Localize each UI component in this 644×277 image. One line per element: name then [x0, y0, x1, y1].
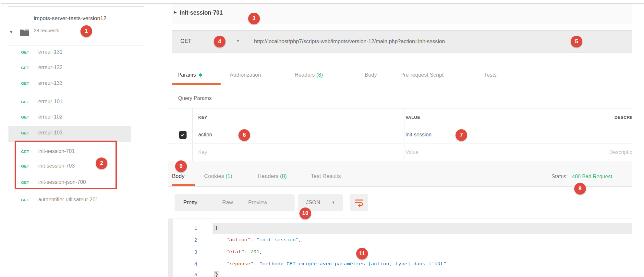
- collection-expand-caret-icon[interactable]: ▼: [9, 30, 13, 34]
- table-left-border: [168, 108, 168, 161]
- request-name: erreur-103: [38, 130, 63, 136]
- request-name: erreur-102: [38, 114, 63, 120]
- language-dropdown-value[interactable]: JSON: [306, 199, 320, 206]
- code-area-top-divider: [168, 219, 632, 219]
- method-badge: GET: [21, 82, 29, 85]
- response-tab-test-results[interactable]: Test Results: [311, 173, 341, 180]
- tab-headers[interactable]: Headers (8): [295, 72, 323, 78]
- tabs-divider: [172, 86, 632, 86]
- table-col-divider-2: [405, 108, 405, 161]
- request-title: init-session-701: [180, 9, 223, 16]
- method-dropdown-value[interactable]: GET: [180, 38, 191, 44]
- table-top-border: [168, 108, 632, 108]
- sidebar-item-erreur-103-selected[interactable]: GET erreur-103: [8, 126, 131, 142]
- request-name: authentifier-utilisateur-201: [38, 197, 98, 203]
- method-badge: GET: [21, 198, 29, 202]
- request-name: erreur-131: [38, 49, 63, 55]
- annotation-badge-8: 8: [574, 183, 586, 195]
- method-badge: GET: [21, 100, 29, 104]
- annotation-badge-10: 10: [299, 208, 311, 219]
- code-line-2: "action": "init-session",: [214, 237, 302, 243]
- json-string-value: "init-session": [256, 237, 298, 243]
- tab-body[interactable]: Body: [365, 72, 377, 78]
- response-tab-cookies[interactable]: Cookies (1): [204, 173, 232, 180]
- language-dropdown-caret-icon[interactable]: ▼: [332, 200, 335, 204]
- request-title-bar: [172, 4, 632, 23]
- indent: [214, 249, 226, 255]
- tab-pre-request-script[interactable]: Pre-request Script: [400, 72, 444, 78]
- colon: :: [250, 237, 257, 243]
- code-line-5: }: [214, 272, 219, 277]
- tab-body-label: Body: [365, 72, 377, 78]
- param-key-cell[interactable]: action: [198, 132, 212, 138]
- status-label: Status:: [552, 174, 568, 180]
- sidebar-item-authentifier-utilisateur-201[interactable]: GET authentifier-utilisateur-201: [1, 193, 148, 209]
- tab-authorization-label: Authorization: [230, 72, 261, 78]
- annotation-badge-9: 9: [175, 160, 187, 172]
- sidebar-item-erreur-102[interactable]: GET erreur-102: [1, 110, 148, 126]
- response-tab-test-results-label: Test Results: [311, 173, 341, 179]
- annotation-badge-6: 6: [238, 129, 250, 141]
- tab-headers-count: (8): [316, 72, 323, 78]
- params-active-dot-icon: [199, 73, 202, 77]
- response-tab-cookies-label: Cookies: [204, 173, 224, 179]
- tab-authorization[interactable]: Authorization: [230, 72, 261, 78]
- line-number: 4: [175, 261, 197, 267]
- request-expand-caret-icon[interactable]: ▶: [174, 10, 176, 14]
- view-mode-preview-button[interactable]: Preview: [248, 199, 267, 206]
- json-key: "état": [226, 249, 244, 255]
- table-col-divider-1: [192, 108, 193, 161]
- collection-name[interactable]: impots-server-tests-version12: [34, 15, 106, 22]
- code-line-4: "réponse": "méthode GET exigée avec para…: [214, 261, 446, 267]
- wrap-text-button[interactable]: [350, 194, 368, 211]
- annotation-badge-5: 5: [571, 36, 582, 47]
- method-badge: GET: [21, 131, 29, 135]
- sidebar: ▼ impots-server-tests-version12 28 reque…: [1, 4, 148, 277]
- param-description-placeholder[interactable]: Description: [609, 149, 632, 155]
- comma: ,: [260, 249, 262, 255]
- response-tab-body[interactable]: Body: [172, 173, 185, 180]
- line-number: 2: [175, 237, 197, 243]
- request-name: erreur-133: [38, 80, 63, 86]
- method-dropdown-caret-icon[interactable]: ▼: [236, 39, 240, 43]
- annotation-badge-7: 7: [456, 129, 467, 141]
- tab-tests[interactable]: Tests: [484, 72, 497, 78]
- active-tab-underline: [172, 83, 221, 85]
- response-active-tab-underline: [172, 184, 195, 186]
- sidebar-item-erreur-131[interactable]: GET erreur-131: [1, 45, 148, 61]
- param-key-placeholder[interactable]: Key: [198, 149, 207, 155]
- json-key: "réponse": [226, 261, 253, 267]
- method-badge: GET: [21, 66, 29, 70]
- indent: [214, 237, 226, 243]
- line-number: 1: [175, 225, 197, 231]
- param-checkbox[interactable]: ✔: [179, 131, 187, 139]
- indent: [214, 261, 226, 267]
- tab-params[interactable]: Params: [177, 72, 202, 78]
- tab-headers-label: Headers: [295, 72, 315, 78]
- column-header-description: DESCRIPTION: [614, 115, 632, 120]
- table-row-divider-2: [168, 144, 632, 144]
- query-params-heading: Query Params: [178, 95, 212, 101]
- request-name: erreur-101: [38, 99, 63, 105]
- json-key: "action": [226, 237, 250, 243]
- request-name: erreur-132: [38, 65, 63, 70]
- sidebar-item-erreur-101[interactable]: GET erreur-101: [1, 94, 148, 111]
- line-number: 5: [175, 272, 197, 277]
- colon: :: [244, 249, 250, 255]
- sidebar-item-erreur-132[interactable]: GET erreur-132: [1, 60, 148, 77]
- view-mode-pretty-button[interactable]: Pretty: [183, 199, 197, 206]
- annotation-badge-11: 11: [356, 248, 368, 259]
- annotation-badge-4: 4: [214, 36, 225, 47]
- method-badge: GET: [21, 50, 29, 54]
- wrap-text-icon: [355, 198, 363, 208]
- url-input[interactable]: http://localhost/php7/scripts-web/impots…: [254, 38, 565, 44]
- response-tab-headers[interactable]: Headers (8): [258, 173, 287, 180]
- sidebar-scroll-divider: [8, 6, 144, 7]
- param-value-cell[interactable]: init-session: [406, 132, 431, 138]
- param-value-placeholder[interactable]: Value: [406, 149, 419, 155]
- view-mode-raw-button[interactable]: Raw: [222, 199, 233, 206]
- column-header-key: KEY: [198, 115, 207, 120]
- response-tab-body-label: Body: [172, 173, 185, 179]
- sidebar-item-erreur-133[interactable]: GET erreur-133: [1, 76, 148, 92]
- code-area-left-gutter: [168, 219, 173, 277]
